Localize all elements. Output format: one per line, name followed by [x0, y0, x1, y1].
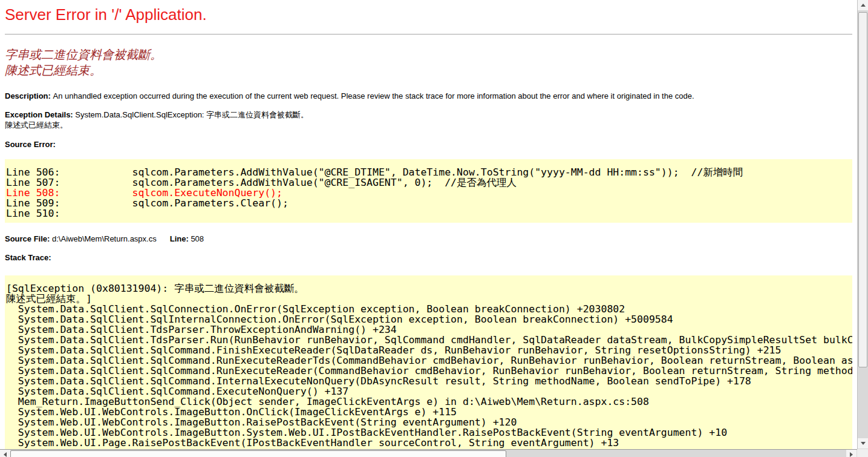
stack-trace-line: System.Data.SqlClient.SqlConnection.OnEr… [6, 304, 850, 314]
source-code-line: Line 508: sqlcom.ExecuteNonQuery(); [6, 188, 850, 198]
scroll-down-button[interactable] [858, 438, 868, 449]
source-file-row: Source File: d:\Aiweb\Mem\Return.aspx.cs… [5, 234, 857, 244]
source-code-line: Line 507: sqlcom.Parameters.AddWithValue… [6, 177, 850, 188]
scroll-left-icon [4, 452, 7, 457]
source-code-line: Line 510: [6, 208, 850, 219]
stack-trace-label: Stack Trace: [5, 253, 857, 262]
scroll-up-icon [861, 4, 866, 7]
exception-details-row: Exception Details: System.Data.SqlClient… [5, 110, 857, 130]
source-file-label: Source File: [5, 234, 52, 243]
divider [5, 34, 852, 35]
vertical-scrollbar[interactable] [857, 0, 868, 449]
scroll-right-icon [850, 452, 853, 457]
stack-trace-line: System.Web.UI.WebControls.ImageButton.On… [6, 407, 850, 417]
scroll-up-button[interactable] [858, 0, 868, 10]
exception-details-text-continued: 陳述式已經結束。 [5, 120, 68, 130]
stack-trace-line: [SqlException (0x80131904): 字串或二進位資料會被截斷… [6, 283, 850, 294]
vertical-scrollbar-thumb[interactable] [858, 12, 867, 367]
stack-trace-line: Mem_Return.ImageButtonSend_Click(Object … [6, 396, 850, 407]
description-label: Description: [5, 91, 53, 100]
stack-trace-line: System.Data.SqlClient.SqlCommand.Execute… [6, 386, 850, 396]
page-title: Server Error in '/' Application. [5, 5, 857, 24]
stack-trace-line: System.Data.SqlClient.TdsParser.Run(RunB… [6, 335, 850, 345]
horizontal-scrollbar[interactable] [0, 449, 857, 457]
error-subtitle-line1: 字串或二進位資料會被截斷。 [5, 48, 162, 61]
stack-trace-line: System.Data.SqlClient.SqlCommand.Interna… [6, 376, 850, 386]
stack-trace-box: [SqlException (0x80131904): 字串或二進位資料會被截斷… [5, 275, 852, 449]
error-subtitle: 字串或二進位資料會被截斷。 陳述式已經結束。 [5, 47, 857, 78]
stack-trace-line: 陳述式已經結束。] [6, 294, 850, 304]
source-code-line: Line 506: sqlcom.Parameters.AddWithValue… [6, 167, 850, 177]
scrollbar-corner [857, 449, 868, 457]
line-number-label: Line: [170, 234, 191, 243]
source-error-box: Line 506: sqlcom.Parameters.AddWithValue… [5, 159, 852, 223]
source-file-value: d:\Aiweb\Mem\Return.aspx.cs [52, 234, 157, 243]
error-subtitle-line2: 陳述式已經結束。 [5, 64, 102, 77]
description-row: Description: An unhandled exception occu… [5, 91, 857, 101]
source-code-line: Line 509: sqlcom.Parameters.Clear(); [6, 198, 850, 208]
stack-trace-line: System.Data.SqlClient.SqlCommand.RunExec… [6, 355, 850, 366]
stack-trace-line: System.Data.SqlClient.TdsParser.ThrowExc… [6, 324, 850, 335]
scroll-left-button[interactable] [0, 450, 10, 457]
line-number-value: 508 [191, 234, 204, 243]
scroll-right-button[interactable] [846, 450, 857, 457]
stack-trace-line: System.Data.SqlClient.SqlCommand.FinishE… [6, 345, 850, 355]
exception-details-label: Exception Details: [5, 110, 75, 119]
scroll-down-icon [861, 442, 866, 445]
stack-trace-line: System.Web.UI.WebControls.ImageButton.Ra… [6, 417, 850, 427]
source-error-label: Source Error: [5, 140, 857, 149]
stack-trace-line: System.Data.SqlClient.SqlInternalConnect… [6, 314, 850, 324]
stack-trace-line: System.Web.UI.WebControls.ImageButton.Sy… [6, 427, 850, 438]
exception-details-text: System.Data.SqlClient.SqlException: 字串或二… [75, 110, 308, 119]
error-page-content: Server Error in '/' Application. 字串或二進位資… [0, 0, 857, 449]
horizontal-scrollbar-thumb[interactable] [10, 450, 506, 457]
stack-trace-line: System.Web.UI.Page.RaisePostBackEvent(IP… [6, 438, 850, 448]
stack-trace-line: System.Data.SqlClient.SqlCommand.RunExec… [6, 366, 850, 376]
description-text: An unhandled exception occurred during t… [53, 91, 694, 100]
